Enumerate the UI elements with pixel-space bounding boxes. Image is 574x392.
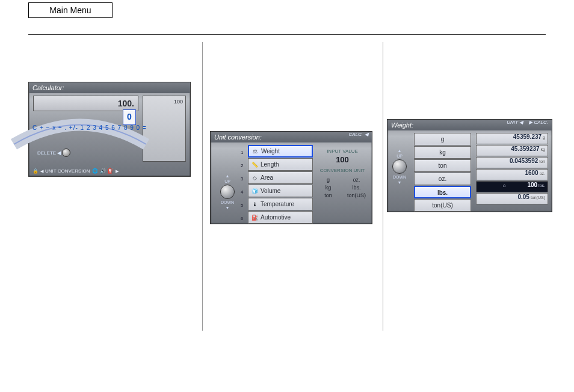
unit-item-length[interactable]: 📏 Length bbox=[248, 158, 313, 171]
result-value: 0.0453592 bbox=[510, 158, 538, 164]
result-unit: ton bbox=[539, 159, 545, 164]
result-unit: lbs. bbox=[539, 183, 545, 188]
conv-unit: kg bbox=[316, 185, 340, 191]
weight-unit-kg[interactable]: kg bbox=[414, 146, 471, 159]
input-value: 100 bbox=[316, 155, 368, 164]
volume-icon: 🧊 bbox=[251, 188, 258, 194]
conv-unit: g bbox=[316, 177, 340, 183]
weight-icon: ⚖ bbox=[252, 149, 259, 155]
calculator-title: Calculator: bbox=[29, 82, 190, 93]
unit-conv-calc-shortcut[interactable]: CALC. ◀ bbox=[348, 132, 368, 137]
automotive-icon: ⛽ bbox=[251, 215, 258, 221]
weight-title: Weight: UNIT ◀ ▶ CALC. bbox=[387, 120, 552, 130]
unit-conv-joystick[interactable]: ▲ UP DOWN ▼ bbox=[220, 174, 235, 210]
unit-conversion-label: UNIT CONVERSION bbox=[45, 168, 90, 174]
calculator-delete[interactable]: DELETE ◀ bbox=[37, 149, 70, 157]
up-label: UP bbox=[224, 179, 230, 183]
speaker-icon: 🔊 bbox=[100, 168, 106, 174]
down-arrow-icon: ▼ bbox=[398, 180, 402, 185]
calculator-key-strip: C + − x ÷ . +/- 1 2 3 4 5 6 7 8 9 0 = bbox=[32, 124, 147, 131]
weight-joystick[interactable]: ▲ UP DOWN ▼ bbox=[392, 149, 407, 185]
result-value: 45359.237 bbox=[513, 133, 542, 140]
unit-item-area[interactable]: ◇ Area bbox=[248, 171, 313, 184]
calculator-panel: Calculator: 100. 100 C + − x ÷ . +/- 1 2… bbox=[28, 82, 191, 177]
down-label: DOWN bbox=[221, 200, 234, 204]
weight-unit-g[interactable]: g bbox=[414, 133, 471, 145]
conv-unit: ton bbox=[316, 192, 340, 198]
result-unit: g bbox=[543, 135, 545, 139]
conversion-unit-label: CONVERSION UNIT bbox=[316, 168, 368, 173]
left-arrow-icon: ◀ bbox=[57, 150, 61, 156]
unit-conversion-title: Unit conversion: CALC. ◀ bbox=[211, 132, 372, 142]
result-unit: ton(US) bbox=[531, 195, 545, 200]
calculator-footer: 🔒 ◀ UNIT CONVERSION 🌐 🔊 ⛽ ▶ bbox=[32, 168, 119, 174]
weight-unit-list: g kg ton oz. lbs. ton(US) bbox=[414, 133, 471, 212]
delete-label: DELETE bbox=[37, 150, 56, 156]
result-unit: oz. bbox=[540, 171, 545, 176]
unit-item-label: Weight bbox=[261, 148, 280, 155]
left-tri-icon: ◀ bbox=[365, 132, 368, 137]
lock-icon: 🔒 bbox=[32, 168, 39, 174]
conv-unit: ton(US) bbox=[345, 192, 368, 198]
unit-item-label: Automotive bbox=[261, 214, 291, 221]
result-row-active: ⌂ 100 lbs. bbox=[476, 181, 548, 192]
weight-panel: Weight: UNIT ◀ ▶ CALC. ▲ UP DOWN bbox=[387, 119, 552, 212]
joystick-icon bbox=[62, 149, 70, 157]
right-tri-icon: ▶ bbox=[116, 169, 119, 174]
calculator-selected-key[interactable]: 0 bbox=[123, 109, 136, 125]
weight-unit-shortcut[interactable]: UNIT ◀ bbox=[507, 120, 523, 125]
result-unit: kg bbox=[541, 147, 545, 152]
up-arrow-icon: ▲ bbox=[226, 174, 230, 178]
column-unit-conversion: Unit conversion: CALC. ◀ ▲ UP DOWN ▼ 1 2… bbox=[203, 42, 383, 331]
column-calculator: Calculator: 100. 100 C + − x ÷ . +/- 1 2… bbox=[28, 42, 203, 331]
joystick-knob-icon bbox=[220, 185, 235, 199]
divider bbox=[28, 34, 546, 35]
conv-unit: oz. bbox=[345, 177, 368, 183]
unit-conv-row-numbers: 1 2 3 4 5 6 bbox=[241, 146, 243, 225]
up-label: UP bbox=[397, 154, 403, 158]
result-row: 45.359237 kg bbox=[476, 145, 548, 156]
unit-item-label: Length bbox=[261, 161, 279, 168]
result-row: 0.05 ton(US) bbox=[476, 193, 548, 204]
unit-item-label: Area bbox=[261, 174, 273, 181]
weight-unit-tonus[interactable]: ton(US) bbox=[414, 199, 471, 212]
result-value: 1600 bbox=[525, 170, 538, 176]
result-value: 0.05 bbox=[517, 194, 529, 200]
down-arrow-icon: ▼ bbox=[226, 206, 230, 210]
weight-calc-shortcut[interactable]: ▶ CALC. bbox=[529, 120, 548, 125]
result-value: 45.359237 bbox=[511, 145, 539, 152]
temperature-icon: 🌡 bbox=[251, 201, 258, 207]
unit-conv-info: INPUT VALUE 100 CONVERSION UNIT g oz. kg… bbox=[316, 145, 368, 198]
content-columns: Calculator: 100. 100 C + − x ÷ . +/- 1 2… bbox=[28, 42, 546, 331]
result-row: 45359.237 g bbox=[476, 133, 548, 144]
unit-item-automotive[interactable]: ⛽ Automotive bbox=[248, 211, 313, 224]
result-value: 100 bbox=[527, 182, 537, 188]
result-row: 1600 oz. bbox=[476, 169, 548, 180]
unit-item-volume[interactable]: 🧊 Volume bbox=[248, 185, 313, 197]
weight-unit-oz[interactable]: oz. bbox=[414, 173, 471, 185]
weight-unit-lbs[interactable]: lbs. bbox=[414, 186, 471, 198]
unit-item-label: Volume bbox=[261, 188, 280, 194]
column-weight: Weight: UNIT ◀ ▶ CALC. ▲ UP DOWN bbox=[383, 42, 546, 331]
main-menu-button[interactable]: Main Menu bbox=[28, 2, 113, 18]
globe-icon: 🌐 bbox=[92, 168, 98, 174]
up-arrow-icon: ▲ bbox=[398, 149, 402, 153]
weight-results: 45359.237 g 45.359237 kg 0.0453592 ton 1… bbox=[476, 133, 548, 205]
unit-conversion-title-text: Unit conversion: bbox=[214, 133, 262, 141]
down-label: DOWN bbox=[393, 175, 406, 179]
unit-conv-category-list: ⚖ Weight 📏 Length ◇ Area 🧊 Volume 🌡 bbox=[248, 145, 313, 224]
weight-title-text: Weight: bbox=[391, 121, 413, 129]
unit-label: UNIT bbox=[507, 120, 518, 125]
input-value-label: INPUT VALUE bbox=[316, 149, 368, 154]
length-icon: 📏 bbox=[251, 162, 258, 168]
unit-item-temperature[interactable]: 🌡 Temperature bbox=[248, 198, 313, 210]
joystick-knob-icon bbox=[392, 159, 407, 174]
calc-label: CALC. bbox=[534, 120, 548, 125]
unit-item-weight[interactable]: ⚖ Weight bbox=[248, 145, 313, 158]
unit-conversion-panel: Unit conversion: CALC. ◀ ▲ UP DOWN ▼ 1 2… bbox=[210, 131, 372, 224]
unit-item-label: Temperature bbox=[261, 201, 294, 207]
result-row: 0.0453592 ton bbox=[476, 157, 548, 168]
conv-unit: lbs. bbox=[345, 185, 368, 191]
weight-unit-ton[interactable]: ton bbox=[414, 159, 471, 172]
calc-label: CALC. bbox=[348, 132, 363, 137]
